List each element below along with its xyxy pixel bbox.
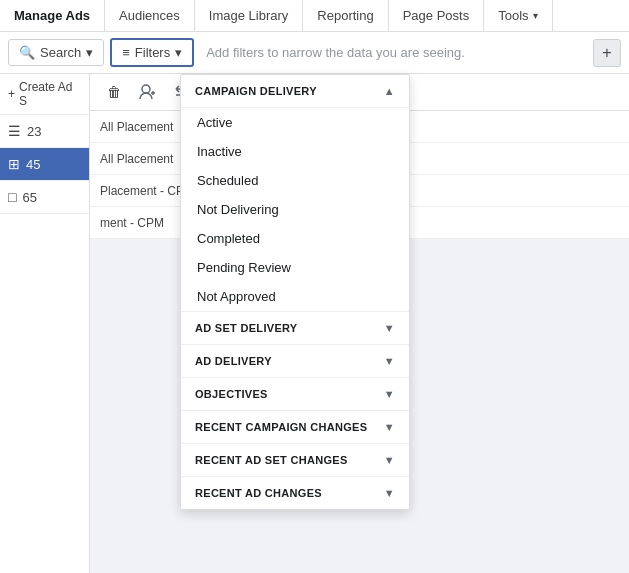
nav-page-posts[interactable]: Page Posts: [389, 0, 485, 31]
recent-campaign-changes-chevron-icon: ▼: [384, 421, 395, 433]
sidebar: + Create Ad S ☰ 23 ⊞ 45 □ 65: [0, 74, 90, 573]
nav-audiences[interactable]: Audiences: [105, 0, 195, 31]
filters-button[interactable]: ≡ Filters ▾: [110, 38, 194, 67]
sidebar-item-23[interactable]: ☰ 23: [0, 115, 89, 148]
sidebar-item-45[interactable]: ⊞ 45: [0, 148, 89, 181]
delete-button[interactable]: 🗑: [98, 78, 130, 106]
tools-chevron-icon: ▾: [533, 10, 538, 21]
nav-image-library[interactable]: Image Library: [195, 0, 303, 31]
svg-point-0: [142, 85, 150, 93]
filter-pending-review[interactable]: Pending Review: [181, 253, 409, 282]
filter-icon: ≡: [122, 45, 130, 60]
campaign-delivery-items: Active Inactive Scheduled Not Delivering…: [181, 108, 409, 311]
add-filter-button[interactable]: +: [593, 39, 621, 67]
filter-completed[interactable]: Completed: [181, 224, 409, 253]
ad-set-delivery-chevron-icon: ▼: [384, 322, 395, 334]
sidebar-item-65[interactable]: □ 65: [0, 181, 89, 214]
ad-delivery-chevron-icon: ▼: [384, 355, 395, 367]
filter-active[interactable]: Active: [181, 108, 409, 137]
recent-ad-changes-header[interactable]: RECENT AD CHANGES ▼: [181, 476, 409, 509]
main-layout: + Create Ad S ☰ 23 ⊞ 45 □ 65 🗑: [0, 74, 629, 573]
nav-reporting[interactable]: Reporting: [303, 0, 388, 31]
ad-icon: □: [8, 189, 16, 205]
objectives-chevron-icon: ▼: [384, 388, 395, 400]
campaign-delivery-chevron-icon: ▲: [384, 85, 395, 97]
plus-icon: +: [8, 87, 15, 101]
recent-ad-set-changes-chevron-icon: ▼: [384, 454, 395, 466]
campaign-delivery-header[interactable]: CAMPAIGN DELIVERY ▲: [181, 75, 409, 108]
filters-chevron-icon: ▾: [175, 45, 182, 60]
create-ad-button[interactable]: + Create Ad S: [0, 74, 89, 115]
top-navigation: Manage Ads Audiences Image Library Repor…: [0, 0, 629, 32]
recent-ad-changes-chevron-icon: ▼: [384, 487, 395, 499]
ad-set-delivery-header[interactable]: AD SET DELIVERY ▼: [181, 311, 409, 344]
search-button[interactable]: 🔍 Search ▾: [8, 39, 104, 66]
objectives-header[interactable]: OBJECTIVES ▼: [181, 377, 409, 410]
filter-inactive[interactable]: Inactive: [181, 137, 409, 166]
search-chevron-icon: ▾: [86, 45, 93, 60]
filter-not-delivering[interactable]: Not Delivering: [181, 195, 409, 224]
search-icon: 🔍: [19, 45, 35, 60]
nav-tools[interactable]: Tools ▾: [484, 0, 552, 31]
ad-delivery-header[interactable]: AD DELIVERY ▼: [181, 344, 409, 377]
recent-campaign-changes-header[interactable]: RECENT CAMPAIGN CHANGES ▼: [181, 410, 409, 443]
nav-manage-ads[interactable]: Manage Ads: [0, 0, 105, 31]
content-area: 🗑 All Placement All Placement Pl: [90, 74, 629, 573]
filter-not-approved[interactable]: Not Approved: [181, 282, 409, 311]
filter-scheduled[interactable]: Scheduled: [181, 166, 409, 195]
filter-dropdown: CAMPAIGN DELIVERY ▲ Active Inactive Sche…: [180, 74, 410, 510]
recent-ad-set-changes-header[interactable]: RECENT AD SET CHANGES ▼: [181, 443, 409, 476]
adset-icon: ⊞: [8, 156, 20, 172]
filter-hint: Add filters to narrow the data you are s…: [200, 45, 587, 60]
campaign-icon: ☰: [8, 123, 21, 139]
toolbar-row: 🔍 Search ▾ ≡ Filters ▾ Add filters to na…: [0, 32, 629, 74]
add-user-button[interactable]: [132, 78, 164, 106]
